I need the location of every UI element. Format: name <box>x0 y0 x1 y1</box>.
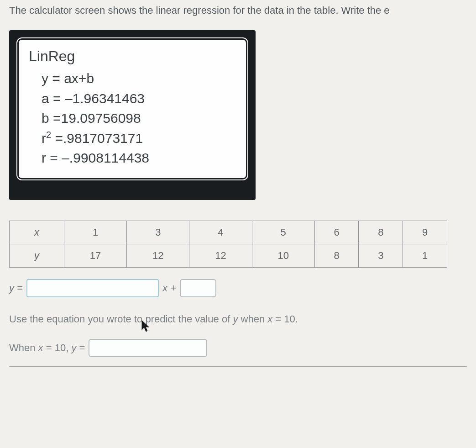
slope-input[interactable] <box>26 279 159 297</box>
table-cell: 8 <box>314 244 359 267</box>
predict-mid: when <box>238 313 267 325</box>
y-equals-label: y = <box>9 282 23 294</box>
table-row: x 1 3 4 5 6 8 9 <box>10 221 447 244</box>
table-cell: 8 <box>359 221 403 244</box>
x-header: x <box>10 221 64 244</box>
intercept-input[interactable] <box>180 279 216 297</box>
b-value: 19.09756098 <box>61 111 141 126</box>
a-line: a = –1.96341463 <box>29 89 236 109</box>
table-cell: 17 <box>64 244 127 267</box>
equation-row: y = x + <box>9 279 467 297</box>
predict-y: y <box>233 313 238 325</box>
calculator-screen: LinReg y = ax+b a = –1.96341463 b =19.09… <box>17 38 247 179</box>
divider <box>9 366 467 367</box>
predict-x: x <box>267 313 272 325</box>
when-x: x <box>38 342 43 353</box>
table-cell: 10 <box>252 244 314 267</box>
model-line: y = ax+b <box>29 69 236 89</box>
r2-value: .9817073171 <box>63 131 143 146</box>
b-line: b =19.09756098 <box>29 108 236 128</box>
when-y: y <box>71 342 76 353</box>
when-text: When x = 10, y = <box>9 342 85 354</box>
table-cell: 5 <box>252 221 314 244</box>
r-value: –.9908114438 <box>62 150 149 165</box>
predict-instruction: Use the equation you wrote to predict th… <box>9 313 467 325</box>
table-cell: 1 <box>403 244 447 267</box>
r-line: r = –.9908114438 <box>29 148 236 168</box>
r-label: r = <box>42 150 62 165</box>
table-cell: 3 <box>359 244 403 267</box>
data-table: x 1 3 4 5 6 8 9 y 17 12 12 10 8 3 1 <box>9 221 447 268</box>
r2-label-pre: r <box>42 131 46 146</box>
r2-line: r2 =.9817073171 <box>29 128 236 148</box>
r2-label-post: = <box>51 131 63 146</box>
table-row: y 17 12 12 10 8 3 1 <box>10 244 447 267</box>
table-cell: 4 <box>189 221 252 244</box>
table-cell: 1 <box>64 221 127 244</box>
table-cell: 3 <box>127 221 189 244</box>
calculator-frame: LinReg y = ax+b a = –1.96341463 b =19.09… <box>9 30 256 200</box>
b-label: b = <box>42 111 61 126</box>
table-cell: 12 <box>189 244 252 267</box>
a-label: a = <box>42 91 65 106</box>
when-eq10: = 10, <box>43 342 72 353</box>
predict-post: = 10. <box>272 313 298 325</box>
linreg-title: LinReg <box>29 48 236 65</box>
table-cell: 6 <box>314 221 359 244</box>
a-value: –1.96341463 <box>65 91 145 106</box>
instruction-text: The calculator screen shows the linear r… <box>9 5 467 16</box>
predict-pre: Use the equation you wrote to predict th… <box>9 313 233 325</box>
prediction-input[interactable] <box>89 339 207 357</box>
when-row: When x = 10, y = <box>9 339 467 357</box>
table-cell: 9 <box>403 221 447 244</box>
when-pre: When <box>9 342 38 353</box>
x-plus-label: x + <box>162 282 176 294</box>
when-eq: = <box>76 342 85 353</box>
table-cell: 12 <box>127 244 189 267</box>
y-header: y <box>10 244 64 267</box>
